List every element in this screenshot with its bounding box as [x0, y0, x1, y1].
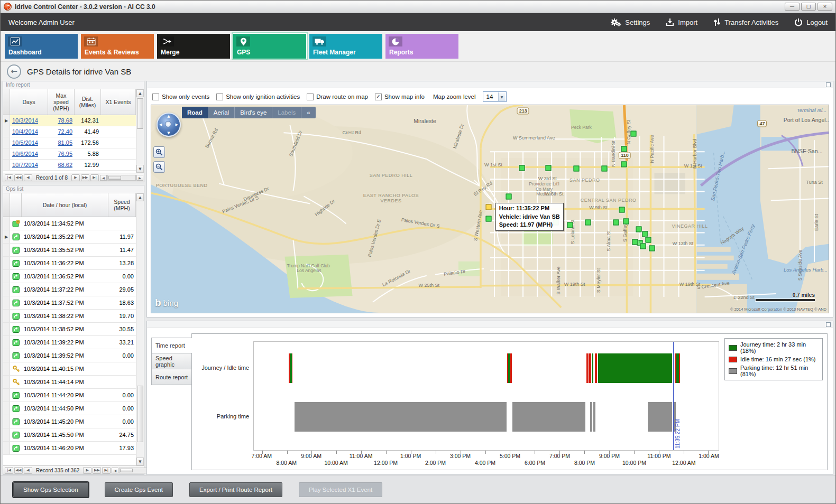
- checkbox-show-map-info[interactable]: ✓Show map info: [375, 94, 425, 100]
- column-days[interactable]: Days: [10, 89, 48, 115]
- gps-marker[interactable]: [613, 219, 619, 225]
- scroll-right-icon[interactable]: ▶: [136, 175, 143, 181]
- gps-list-row[interactable]: 10/3/2014 11:45:50 PM24.75: [3, 428, 136, 442]
- pager-prev-button[interactable]: ◀: [24, 174, 32, 181]
- pager-last-button[interactable]: ▶|: [90, 174, 99, 181]
- day-link[interactable]: 10/7/2014: [12, 162, 38, 168]
- gps-marker[interactable]: [519, 165, 525, 171]
- gps-list-row[interactable]: 10/3/2014 11:46:20 PM17.93: [3, 442, 136, 455]
- scroll-thumb[interactable]: [137, 98, 143, 129]
- pager-next-button[interactable]: ▶: [83, 467, 91, 474]
- column-date-hour[interactable]: Date / hour (local): [22, 193, 108, 217]
- maximize-button[interactable]: □: [801, 3, 816, 11]
- column-dist[interactable]: Dist. (Miles): [75, 89, 101, 115]
- gps-list-row[interactable]: 10/3/2014 11:38:52 PM30.55: [3, 323, 136, 336]
- checkbox-show-only-events[interactable]: Show only events: [152, 94, 209, 100]
- create-gps-event-button[interactable]: Create Gps Event: [105, 482, 173, 497]
- max-speed-link[interactable]: 76.95: [58, 151, 72, 157]
- gps-list-row[interactable]: 10/3/2014 11:44:14 PM: [3, 376, 136, 389]
- scroll-down-icon[interactable]: ▼: [136, 165, 144, 173]
- logout-button[interactable]: Logout: [794, 18, 828, 26]
- chart-tab-route-report[interactable]: Route report: [151, 369, 191, 385]
- gps-marker[interactable]: [631, 131, 637, 137]
- scroll-left-icon[interactable]: ◀: [112, 468, 118, 473]
- tab-fleet-manager[interactable]: Fleet Manager: [309, 34, 382, 59]
- pager-fast-next-button[interactable]: ▶▶: [93, 467, 101, 474]
- gps-marker[interactable]: [640, 243, 646, 249]
- gps-list-row[interactable]: 10/3/2014 11:38:22 PM19.70: [3, 310, 136, 323]
- info-report-row[interactable]: ▶10/3/201478.68142.31: [3, 115, 136, 126]
- pan-west-icon[interactable]: ◀: [159, 123, 162, 127]
- pan-south-icon[interactable]: ▼: [167, 131, 170, 135]
- gps-marker[interactable]: [621, 162, 627, 167]
- tab-gps[interactable]: GPS: [233, 34, 306, 59]
- gps-list-row[interactable]: 10/3/2014 11:37:22 PM29.05: [3, 283, 136, 296]
- info-report-row[interactable]: 10/7/201468.6212.99: [3, 160, 136, 171]
- gps-marker[interactable]: [619, 207, 625, 213]
- max-speed-link[interactable]: 78.68: [58, 117, 72, 124]
- gps-marker[interactable]: [646, 237, 651, 242]
- pan-east-icon[interactable]: ▶: [176, 123, 178, 127]
- scroll-thumb[interactable]: [137, 386, 143, 442]
- import-button[interactable]: Import: [666, 18, 697, 26]
- map-view-bird-s-eye-button[interactable]: Bird's eye: [235, 107, 272, 118]
- pager-hscroll[interactable]: ◀▶: [100, 175, 143, 181]
- pager-fast-prev-button[interactable]: ◀◀: [14, 467, 23, 474]
- gps-marker[interactable]: [649, 245, 655, 251]
- column-max-speed[interactable]: Max speed (MPH): [48, 89, 75, 115]
- chart-tab-time-report[interactable]: Time report: [151, 338, 192, 353]
- pager-fast-prev-button[interactable]: ◀◀: [14, 174, 23, 181]
- pan-north-icon[interactable]: ▲: [167, 114, 170, 118]
- minimize-button[interactable]: —: [785, 3, 800, 11]
- gps-list-row[interactable]: 10/3/2014 11:37:52 PM18.63: [3, 296, 136, 310]
- tab-dashboard[interactable]: Dashboard: [5, 34, 78, 59]
- gps-list-row[interactable]: ▶10/3/2014 11:35:22 PM11.97: [3, 230, 136, 244]
- settings-button[interactable]: Settings: [611, 18, 650, 27]
- gps-list-row[interactable]: 10/3/2014 11:40:15 PM: [3, 362, 136, 376]
- gps-list-row[interactable]: 10/3/2014 11:34:52 PM: [3, 217, 136, 230]
- pager-next-button[interactable]: ▶: [71, 174, 80, 181]
- gps-marker[interactable]: [632, 239, 638, 245]
- info-report-row[interactable]: 10/4/201472.4041.49: [3, 126, 136, 137]
- pager-fast-next-button[interactable]: ▶▶: [81, 174, 89, 181]
- gps-list-row[interactable]: 10/3/2014 11:39:52 PM0.00: [3, 349, 136, 362]
- gps-marker[interactable]: [601, 166, 607, 172]
- info-report-row[interactable]: 10/6/201476.955.88: [3, 148, 136, 160]
- gps-marker[interactable]: [621, 146, 627, 152]
- show-gps-selection-button[interactable]: Show Gps Selection: [13, 482, 88, 497]
- map-view--button[interactable]: «: [301, 107, 315, 118]
- scroll-thumb[interactable]: [108, 176, 121, 180]
- gps-marker[interactable]: [567, 222, 573, 228]
- scroll-up-icon[interactable]: ▲: [136, 89, 144, 97]
- scroll-thumb[interactable]: [120, 469, 133, 472]
- gps-marker[interactable]: [623, 218, 629, 224]
- export-print-route-report-button[interactable]: Export / Print Route Report: [189, 482, 282, 497]
- map-compass[interactable]: ▲ ▼ ◀ ▶: [157, 113, 181, 137]
- map-view-aerial-button[interactable]: Aerial: [208, 107, 235, 118]
- day-link[interactable]: 10/4/2014: [12, 128, 38, 135]
- compass-center-dot[interactable]: [165, 121, 171, 127]
- checkbox-draw-route-on-map[interactable]: Draw route on map: [307, 94, 368, 100]
- tab-events-reviews[interactable]: Events & Reviews: [81, 34, 154, 59]
- max-speed-link[interactable]: 81.05: [58, 139, 72, 146]
- zoom-out-button[interactable]: [153, 161, 165, 173]
- map-view-road-button[interactable]: Road: [182, 107, 208, 118]
- scroll-up-icon[interactable]: ▲: [136, 193, 144, 201]
- zoom-in-button[interactable]: [153, 146, 165, 158]
- column-x1-events[interactable]: X1 Events: [101, 89, 136, 115]
- day-link[interactable]: 10/5/2014: [12, 139, 38, 146]
- map-zoom-select[interactable]: 14 ▼: [483, 91, 507, 102]
- close-button[interactable]: ×: [817, 3, 832, 11]
- gps-marker[interactable]: [636, 226, 642, 232]
- tab-reports[interactable]: Reports: [385, 34, 458, 59]
- pager-prev-button[interactable]: ◀: [24, 467, 32, 474]
- info-report-row[interactable]: 10/5/201481.05172.56: [3, 137, 136, 148]
- gps-marker[interactable]: [506, 193, 512, 199]
- selected-gps-marker[interactable]: [485, 204, 491, 210]
- gps-marker[interactable]: [485, 216, 491, 221]
- play-selected-x1-event-button[interactable]: Play Selected X1 Event: [299, 482, 382, 497]
- day-link[interactable]: 10/6/2014: [12, 151, 38, 157]
- pager-first-button[interactable]: |◀: [5, 174, 13, 181]
- gps-list-row[interactable]: 10/3/2014 11:35:52 PM11.47: [3, 244, 136, 257]
- gps-list-row[interactable]: 10/3/2014 11:39:22 PM33.21: [3, 336, 136, 349]
